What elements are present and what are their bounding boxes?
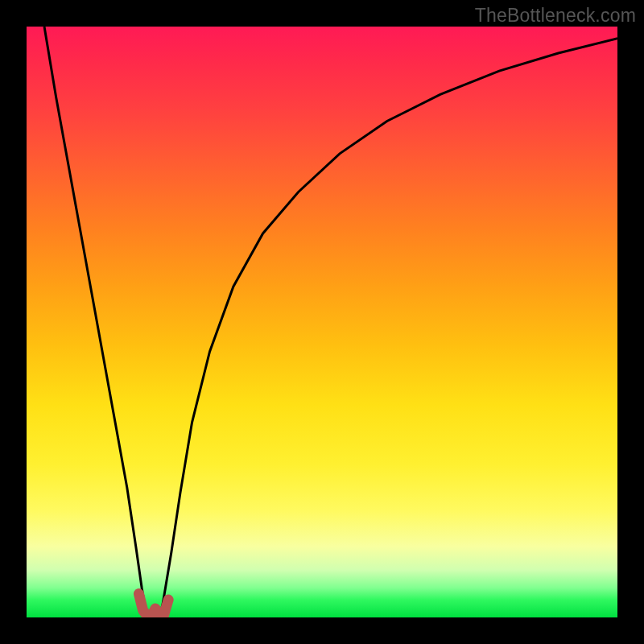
curve-layer xyxy=(27,27,617,617)
chart-frame: TheBottleneck.com xyxy=(0,0,644,644)
cusp-marker xyxy=(138,594,168,616)
plot-area xyxy=(27,27,617,617)
watermark-label: TheBottleneck.com xyxy=(475,5,636,27)
curve-left-branch xyxy=(44,27,147,614)
curve-right-branch xyxy=(159,39,617,615)
